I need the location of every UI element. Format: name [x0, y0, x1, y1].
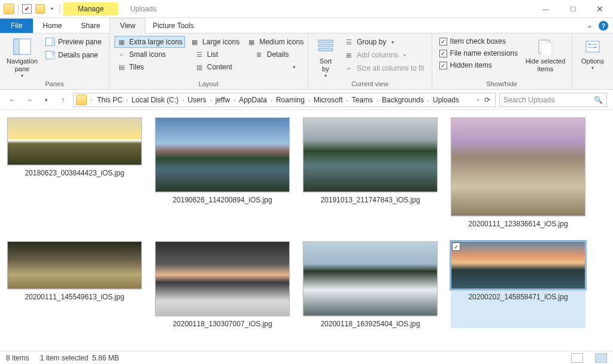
file-item[interactable]: 20200118_130307007_iOS.jpg: [155, 241, 290, 328]
chevron-right-icon[interactable]: ›: [426, 98, 430, 104]
properties-icon[interactable]: ✔: [22, 4, 32, 14]
file-item[interactable]: 20200111_123836614_iOS.jpg: [451, 117, 585, 228]
large-icons-button[interactable]: ▦Large icons: [187, 36, 242, 48]
item-check-boxes-toggle[interactable]: ✓Item check boxes: [437, 36, 520, 47]
ribbon-collapse-icon[interactable]: ⌃: [583, 25, 596, 33]
breadcrumb-segment[interactable]: Uploads: [430, 95, 462, 105]
list-button[interactable]: ☰List: [192, 48, 250, 60]
close-button[interactable]: ✕: [586, 0, 613, 18]
content-button[interactable]: ▥Content: [192, 61, 250, 73]
file-item[interactable]: 20180623_003844423_iOS.jpg: [7, 117, 142, 228]
panes-group-label: Panes: [5, 79, 104, 89]
home-tab[interactable]: Home: [33, 19, 71, 33]
svg-rect-10: [318, 48, 333, 51]
file-item[interactable]: 20200111_145549613_iOS.jpg: [7, 241, 142, 328]
show-hide-group: ✓Item check boxes ✓File name extensions …: [432, 34, 572, 89]
details-view-toggle[interactable]: [571, 353, 583, 363]
medium-icons-button[interactable]: ▦Medium icons: [244, 36, 306, 48]
qat-divider: [18, 4, 19, 14]
group-by-button[interactable]: ☰Group by▾: [342, 36, 427, 48]
new-folder-icon[interactable]: [35, 4, 45, 14]
tiles-button[interactable]: ▤Tiles: [114, 61, 190, 73]
options-button[interactable]: Options ▾: [577, 36, 608, 79]
file-name-ext-toggle[interactable]: ✓File name extensions: [437, 48, 520, 59]
thumbnail-image: [7, 117, 142, 165]
breadcrumb-segment[interactable]: Teams: [350, 95, 375, 105]
hide-selected-button[interactable]: Hide selected items: [524, 36, 567, 79]
file-item[interactable]: 20200118_163925404_iOS.jpg: [303, 241, 438, 328]
small-icons-button[interactable]: ▫Small icons: [114, 48, 190, 60]
thumbnail-image: [451, 117, 585, 216]
details-pane-icon: [45, 50, 55, 60]
status-bar: 8 items 1 item selected 5.86 MB: [0, 351, 613, 364]
search-input[interactable]: Search Uploads 🔍: [499, 93, 607, 107]
grid-icon: ▦: [117, 37, 126, 47]
item-count: 8 items: [6, 354, 29, 362]
breadcrumb-segment[interactable]: Local Disk (C:): [129, 95, 181, 105]
checkbox-icon: ✓: [439, 62, 447, 69]
chevron-right-icon[interactable]: ›: [307, 98, 311, 104]
svg-rect-5: [51, 51, 55, 59]
maximize-button[interactable]: ▢: [559, 0, 586, 18]
breadcrumb-segment[interactable]: Users: [185, 95, 208, 105]
navigation-pane-button[interactable]: Navigation pane ▾: [5, 36, 40, 79]
sort-by-button[interactable]: Sort by ▾: [313, 36, 338, 79]
file-item[interactable]: 20191013_211747843_iOS.jpg: [303, 117, 438, 228]
breadcrumb-segment[interactable]: AppData: [236, 95, 269, 105]
file-grid[interactable]: 20180623_003844423_iOS.jpg20190626_11420…: [0, 110, 613, 351]
qat-dropdown-icon[interactable]: ▾: [48, 6, 56, 11]
thumbnail-image: [451, 241, 585, 289]
file-name-label: 20190626_114200894_iOS.jpg: [172, 196, 272, 204]
back-button[interactable]: ←: [6, 93, 19, 107]
selection-count: 1 item selected 5.86 MB: [40, 354, 119, 362]
selection-checkbox[interactable]: ✓: [452, 242, 460, 251]
quick-access-toolbar: ✔ ▾: [0, 4, 63, 14]
navigation-pane-icon: [13, 37, 32, 56]
breadcrumb-segment[interactable]: Roaming: [274, 95, 307, 105]
breadcrumb-segment[interactable]: Microsoft: [311, 95, 345, 105]
svg-rect-9: [318, 44, 333, 47]
up-button[interactable]: ↑: [56, 93, 69, 107]
refresh-button[interactable]: ⟳: [484, 96, 490, 104]
breadcrumb[interactable]: › This PC›Local Disk (C:)›Users›jeffw›Ap…: [73, 93, 496, 107]
chevron-right-icon[interactable]: ›: [345, 98, 350, 104]
details-pane-button[interactable]: Details pane: [43, 49, 104, 61]
svg-rect-8: [318, 40, 333, 43]
address-dropdown-icon[interactable]: ⌄: [476, 96, 481, 104]
manage-tab[interactable]: Manage: [63, 2, 118, 16]
breadcrumb-segment[interactable]: This PC: [95, 95, 125, 105]
extra-large-icons-button[interactable]: ▦Extra large icons: [114, 36, 185, 48]
share-tab[interactable]: Share: [71, 19, 110, 33]
resize-icon: ↔: [344, 63, 354, 73]
chevron-right-icon[interactable]: ›: [269, 98, 274, 104]
file-item[interactable]: ✓20200202_145858471_iOS.jpg: [451, 241, 585, 328]
view-tab[interactable]: View: [110, 18, 145, 34]
preview-pane-button[interactable]: Preview pane: [43, 36, 104, 48]
file-tab[interactable]: File: [0, 19, 33, 33]
add-columns-button: ⊞Add columns▾: [342, 49, 427, 61]
add-columns-icon: ⊞: [344, 50, 354, 60]
help-icon[interactable]: ?: [599, 21, 608, 31]
qat-divider-2: [59, 4, 60, 14]
hide-icon: [536, 37, 555, 56]
file-name-label: 20180623_003844423_iOS.jpg: [25, 169, 124, 177]
hidden-items-toggle[interactable]: ✓Hidden items: [437, 60, 520, 71]
file-item[interactable]: 20190626_114200894_iOS.jpg: [155, 117, 290, 228]
show-hide-group-label: Show/hide: [437, 79, 567, 89]
minimize-button[interactable]: —: [532, 0, 559, 18]
recent-dropdown-icon[interactable]: ▾: [40, 93, 53, 107]
chevron-right-icon[interactable]: ›: [89, 97, 93, 103]
layout-more-button[interactable]: ▾: [287, 61, 303, 73]
details-view-button[interactable]: ≣Details: [252, 48, 292, 60]
chevron-right-icon[interactable]: ›: [125, 98, 129, 104]
svg-point-15: [589, 44, 591, 46]
grid-icon: ▫: [117, 50, 126, 59]
chevron-right-icon[interactable]: ›: [209, 98, 213, 104]
forward-button[interactable]: →: [23, 93, 36, 107]
picture-tools-tab[interactable]: Picture Tools: [145, 19, 201, 33]
ribbon: Navigation pane ▾ Preview pane Details p…: [0, 34, 613, 90]
breadcrumb-segment[interactable]: jeffw: [213, 95, 232, 105]
chevron-right-icon[interactable]: ›: [375, 98, 380, 104]
breadcrumb-segment[interactable]: Backgrounds: [380, 95, 426, 105]
thumbnail-view-toggle[interactable]: [595, 353, 607, 363]
